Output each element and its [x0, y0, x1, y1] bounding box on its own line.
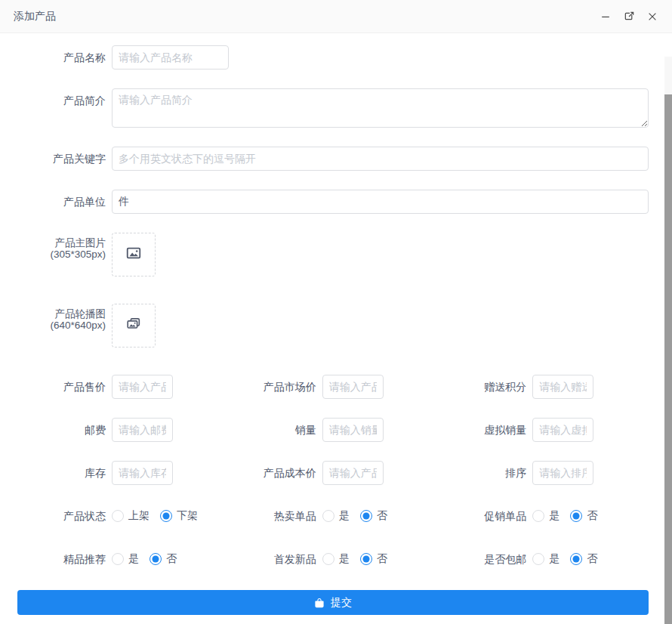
- sort-input[interactable]: [532, 461, 593, 485]
- status-option-off[interactable]: 下架: [160, 509, 198, 523]
- submit-button-label: 提交: [331, 596, 352, 610]
- bag-icon: [314, 598, 325, 608]
- field-free-shipping: 是否包邮 是 否: [438, 547, 649, 571]
- field-virtual-sales: 虚拟销量: [438, 418, 649, 442]
- form-row-submit: 提交: [17, 590, 649, 615]
- promo-option-no-label: 否: [587, 509, 597, 523]
- postage-label: 邮费: [17, 418, 106, 442]
- cost-price-label: 产品成本价: [228, 461, 316, 485]
- unit-input[interactable]: [112, 190, 649, 214]
- sales-label: 销量: [228, 418, 316, 442]
- field-price: 产品售价: [17, 375, 228, 399]
- maximize-icon[interactable]: [623, 11, 635, 23]
- product-name-input[interactable]: [112, 45, 229, 70]
- virtual-sales-input[interactable]: [532, 418, 593, 442]
- first-new-option-yes[interactable]: 是: [322, 552, 350, 566]
- form-row-product-intro: 产品简介: [17, 88, 649, 128]
- radio-checked-icon[interactable]: [360, 553, 372, 565]
- radio-unchecked-icon[interactable]: [532, 510, 544, 522]
- free-shipping-option-yes[interactable]: 是: [532, 552, 559, 566]
- product-name-control: [112, 45, 649, 70]
- radio-unchecked-icon[interactable]: [322, 510, 334, 522]
- first-new-option-yes-label: 是: [339, 552, 350, 566]
- hot-option-yes[interactable]: 是: [322, 509, 350, 523]
- price-label: 产品售价: [17, 375, 106, 399]
- promo-option-no[interactable]: 否: [570, 509, 597, 523]
- form-row-radios-2: 精品推荐 是 否 首发新品 是: [17, 547, 649, 571]
- form-row-prices-1: 产品售价 产品市场价 赠送积分: [17, 375, 649, 399]
- featured-option-yes[interactable]: 是: [112, 552, 139, 566]
- promo-option-yes[interactable]: 是: [532, 509, 559, 523]
- keywords-label: 产品关键字: [17, 147, 106, 171]
- main-image-upload-button[interactable]: [112, 233, 156, 276]
- window-controls: [600, 11, 658, 23]
- keywords-input[interactable]: [112, 147, 649, 171]
- scrollbar-thumb[interactable]: [664, 94, 672, 624]
- featured-option-no-label: 否: [166, 552, 177, 566]
- sales-input[interactable]: [322, 418, 384, 442]
- field-promo: 促销单品 是 否: [438, 504, 649, 528]
- radio-checked-icon[interactable]: [360, 510, 372, 522]
- field-featured: 精品推荐 是 否: [17, 547, 228, 571]
- status-option-on-label: 上架: [128, 509, 150, 523]
- close-icon[interactable]: [646, 11, 658, 23]
- field-sort: 排序: [438, 461, 649, 485]
- status-option-on[interactable]: 上架: [112, 509, 150, 523]
- hot-option-yes-label: 是: [339, 509, 350, 523]
- field-cost-price: 产品成本价: [228, 461, 439, 485]
- sort-label: 排序: [438, 461, 526, 485]
- product-name-label: 产品名称: [17, 45, 106, 70]
- featured-label: 精品推荐: [17, 547, 106, 571]
- carousel-image-label-line1: 产品轮播图: [17, 309, 106, 320]
- price-input[interactable]: [112, 375, 173, 399]
- submit-button[interactable]: 提交: [17, 590, 649, 615]
- scrollbar-track[interactable]: [664, 57, 672, 624]
- unit-label: 产品单位: [17, 190, 106, 214]
- radio-unchecked-icon[interactable]: [112, 510, 124, 522]
- first-new-option-no[interactable]: 否: [360, 552, 387, 566]
- hot-radio-group: 是 否: [322, 504, 387, 528]
- minimize-icon[interactable]: [600, 11, 612, 23]
- featured-option-no[interactable]: 否: [150, 552, 177, 566]
- status-option-off-label: 下架: [177, 509, 198, 523]
- radio-checked-icon[interactable]: [160, 510, 172, 522]
- form-row-keywords: 产品关键字: [17, 147, 649, 171]
- form-row-prices-2: 邮费 销量 虚拟销量: [17, 418, 649, 442]
- free-shipping-option-no-label: 否: [587, 552, 597, 566]
- field-first-new: 首发新品 是 否: [228, 547, 439, 571]
- form-row-carousel-image: 产品轮播图 (640*640px): [17, 304, 649, 348]
- field-status: 产品状态 上架 下架: [17, 504, 228, 528]
- radio-checked-icon[interactable]: [570, 553, 582, 565]
- points-input[interactable]: [532, 375, 593, 399]
- form-row-product-name: 产品名称: [17, 45, 649, 70]
- titlebar: 添加产品: [0, 0, 672, 33]
- promo-option-yes-label: 是: [549, 509, 559, 523]
- featured-radio-group: 是 否: [112, 547, 177, 571]
- postage-input[interactable]: [112, 418, 173, 442]
- free-shipping-radio-group: 是 否: [532, 547, 597, 571]
- radio-checked-icon[interactable]: [570, 510, 582, 522]
- free-shipping-option-no[interactable]: 否: [570, 552, 597, 566]
- radio-unchecked-icon[interactable]: [532, 553, 544, 565]
- form-row-radios-1: 产品状态 上架 下架 热卖单品 是: [17, 504, 649, 528]
- product-intro-control: [112, 88, 649, 128]
- hot-option-no-label: 否: [377, 509, 387, 523]
- cost-price-input[interactable]: [322, 461, 384, 485]
- form-row-main-image: 产品主图片 (305*305px): [17, 233, 649, 276]
- stock-label: 库存: [17, 461, 106, 485]
- radio-unchecked-icon[interactable]: [322, 553, 334, 565]
- status-radio-group: 上架 下架: [112, 504, 198, 528]
- promo-radio-group: 是 否: [532, 504, 597, 528]
- first-new-option-no-label: 否: [377, 552, 387, 566]
- unit-control: [112, 190, 649, 214]
- hot-option-no[interactable]: 否: [360, 509, 387, 523]
- carousel-image-upload-button[interactable]: [112, 304, 156, 348]
- add-product-form: 产品名称 产品简介 产品关键字 产品单位: [0, 33, 672, 615]
- stock-input[interactable]: [112, 461, 173, 485]
- product-intro-textarea[interactable]: [112, 88, 649, 128]
- market-price-input[interactable]: [322, 375, 384, 399]
- main-image-control: [112, 233, 649, 276]
- keywords-control: [112, 147, 649, 171]
- radio-unchecked-icon[interactable]: [112, 553, 124, 565]
- radio-checked-icon[interactable]: [150, 553, 162, 565]
